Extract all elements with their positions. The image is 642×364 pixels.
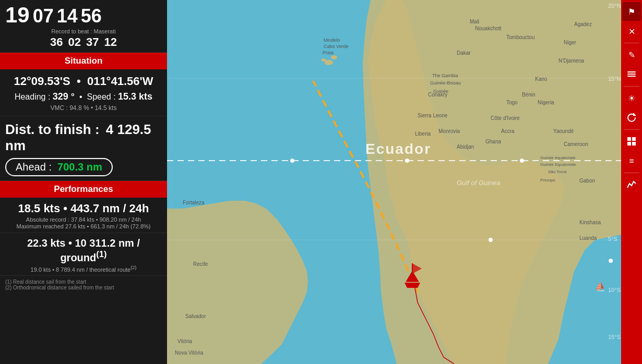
svg-text:Monrovia: Monrovia bbox=[438, 128, 460, 134]
toolbar-btn-draw[interactable]: ✎ bbox=[622, 45, 641, 64]
toolbar-divider-3 bbox=[624, 129, 639, 130]
svg-text:Côte d'Ivoire: Côte d'Ivoire bbox=[491, 115, 520, 121]
toolbar-btn-menu[interactable]: ≡ bbox=[622, 152, 641, 171]
svg-rect-62 bbox=[627, 71, 636, 72]
svg-text:15°N: 15°N bbox=[608, 76, 621, 82]
svg-text:Agadez: Agadez bbox=[574, 21, 592, 27]
svg-text:Guinée: Guinée bbox=[433, 89, 448, 94]
svg-text:Nova Vitória: Nova Vitória bbox=[175, 350, 204, 356]
svg-point-1 bbox=[325, 60, 333, 65]
toolbar-btn-flag[interactable]: ⚑ bbox=[622, 2, 641, 21]
toolbar-btn-rotate[interactable] bbox=[622, 108, 641, 127]
layers-icon bbox=[626, 69, 637, 80]
ground-speed: 22.3 kts • 10 311.2 nm / bbox=[27, 237, 140, 249]
toolbar-divider-2 bbox=[624, 86, 639, 87]
svg-text:Guinée-Bissau: Guinée-Bissau bbox=[430, 80, 461, 86]
record-label: Record to beat : Maserati bbox=[5, 28, 162, 34]
timer-days: 19 bbox=[5, 4, 30, 26]
ahead-value: 700.3 nm bbox=[57, 161, 102, 173]
distance-section: Dist. to finish : 4 129.5 nm Ahead : 700… bbox=[0, 116, 167, 181]
footnote-2: (2) Orthodromical distance sailed from t… bbox=[5, 285, 162, 290]
svg-text:Ghana: Ghana bbox=[485, 139, 501, 144]
theoretical-sup: (2) bbox=[130, 265, 136, 270]
svg-text:Salvador: Salvador bbox=[185, 313, 206, 319]
timer-seconds: 56 bbox=[81, 7, 102, 26]
svg-text:Tombouctou: Tombouctou bbox=[506, 34, 534, 40]
chart-icon bbox=[626, 179, 637, 190]
svg-text:Liberia: Liberia bbox=[415, 131, 431, 137]
svg-text:Principe: Principe bbox=[540, 178, 555, 183]
rotate-icon bbox=[626, 113, 637, 123]
svg-text:Kinshasa: Kinshasa bbox=[579, 220, 601, 225]
situation-header: Situation bbox=[0, 53, 167, 69]
svg-text:Mindelo: Mindelo bbox=[324, 38, 340, 43]
theoretical-route: 19.0 kts • 8 789.4 nm / theoretical rout… bbox=[31, 266, 131, 272]
heading-label: Heading : bbox=[15, 92, 51, 101]
footnotes: (1) Real distance sail from the start (2… bbox=[0, 276, 167, 294]
svg-rect-61 bbox=[627, 76, 636, 77]
svg-text:Praia: Praia bbox=[323, 50, 334, 55]
svg-text:15°S: 15°S bbox=[608, 334, 621, 340]
toolbar-btn-close[interactable]: ✕ bbox=[622, 22, 641, 41]
toolbar-divider-1 bbox=[624, 43, 639, 43]
svg-text:Ecuador: Ecuador bbox=[365, 141, 431, 157]
svg-rect-65 bbox=[627, 142, 631, 145]
perf-abs-record: Absolute record : 37.84 kts • 908.20 nm … bbox=[5, 216, 162, 223]
svg-text:Vitória: Vitória bbox=[177, 338, 193, 344]
svg-text:Gulf of Guinea: Gulf of Guinea bbox=[457, 179, 501, 187]
map-area[interactable]: Gulf of Guinea Ecuador 20°N 15°N 5°S 10°… bbox=[167, 0, 621, 364]
coordinates-display: 12°09.53'S • 011°41.56'W bbox=[5, 75, 162, 88]
ahead-label: Ahead : bbox=[16, 161, 52, 173]
svg-rect-60 bbox=[627, 74, 636, 75]
toolbar-btn-grid[interactable] bbox=[622, 132, 641, 151]
toolbar-btn-chart[interactable] bbox=[622, 175, 641, 194]
toolbar-btn-layers[interactable] bbox=[622, 65, 641, 84]
svg-text:The Gambia: The Gambia bbox=[432, 73, 458, 78]
performances-header: Performances bbox=[0, 181, 167, 198]
svg-text:5°S: 5°S bbox=[608, 236, 617, 242]
speed-label: Speed : bbox=[87, 92, 115, 101]
svg-text:Accra: Accra bbox=[501, 128, 515, 134]
toolbar-btn-weather[interactable]: ☀ bbox=[622, 89, 641, 107]
record-hours: 02 bbox=[68, 35, 81, 49]
heading-speed-display: Heading : 329 ° • Speed : 15.3 kts bbox=[5, 91, 162, 102]
svg-text:Bénin: Bénin bbox=[522, 92, 536, 98]
perf-ground-main: 22.3 kts • 10 311.2 nm / ground(1) bbox=[5, 237, 162, 264]
map-svg: Gulf of Guinea Ecuador 20°N 15°N 5°S 10°… bbox=[167, 0, 621, 364]
heading-value: 329 ° bbox=[53, 91, 75, 102]
svg-text:Cabo Verde: Cabo Verde bbox=[324, 44, 349, 49]
svg-text:Togo: Togo bbox=[506, 100, 518, 105]
toolbar-divider-4 bbox=[624, 173, 639, 173]
svg-text:Nigeria: Nigeria bbox=[538, 100, 554, 105]
timer-hours: 07 bbox=[33, 7, 54, 26]
latitude: 12°09.53'S bbox=[14, 75, 70, 88]
svg-text:Recife: Recife bbox=[193, 261, 208, 267]
perf-ground-section: 22.3 kts • 10 311.2 nm / ground(1) 19.0 … bbox=[0, 233, 167, 276]
left-panel: 19 07 14 56 Record to beat : Maserati 36… bbox=[0, 0, 167, 364]
svg-text:20°N: 20°N bbox=[608, 3, 621, 9]
footnote-1: (1) Real distance sail from the start bbox=[5, 279, 162, 285]
perf-max-reached: Maximum reached 27.6 kts • 661.3 nm / 24… bbox=[5, 223, 162, 229]
svg-point-2 bbox=[331, 55, 337, 59]
svg-rect-66 bbox=[632, 142, 636, 145]
svg-text:Nouakchott: Nouakchott bbox=[475, 26, 502, 31]
svg-text:Cameroon: Cameroon bbox=[564, 141, 588, 147]
svg-text:Sierra Leone: Sierra Leone bbox=[418, 113, 448, 118]
svg-text:Kano: Kano bbox=[535, 76, 548, 82]
svg-text:Mali: Mali bbox=[470, 19, 479, 25]
svg-text:Guinée Equatoriale: Guinée Equatoriale bbox=[540, 162, 576, 167]
dist-label: Dist. to finish : bbox=[5, 122, 100, 137]
perf-theoretical: 19.0 kts • 8 789.4 nm / theoretical rout… bbox=[5, 265, 162, 273]
ground-sup: (1) bbox=[96, 249, 106, 259]
timer-minutes: 14 bbox=[57, 7, 78, 26]
speed-value: 15.3 kts bbox=[118, 91, 152, 102]
svg-text:Gabon: Gabon bbox=[579, 178, 595, 184]
svg-text:Fortaleza: Fortaleza bbox=[183, 200, 205, 205]
record-minutes: 37 bbox=[86, 35, 99, 49]
performances-section: 18.5 kts • 443.7 nm / 24h Absolute recor… bbox=[0, 198, 167, 233]
svg-rect-63 bbox=[627, 137, 631, 141]
svg-text:Abidjan: Abidjan bbox=[457, 144, 474, 150]
ground-label: ground bbox=[60, 252, 96, 263]
record-time: 36 02 37 12 bbox=[5, 35, 162, 49]
dist-to-finish: Dist. to finish : 4 129.5 nm bbox=[5, 122, 162, 154]
